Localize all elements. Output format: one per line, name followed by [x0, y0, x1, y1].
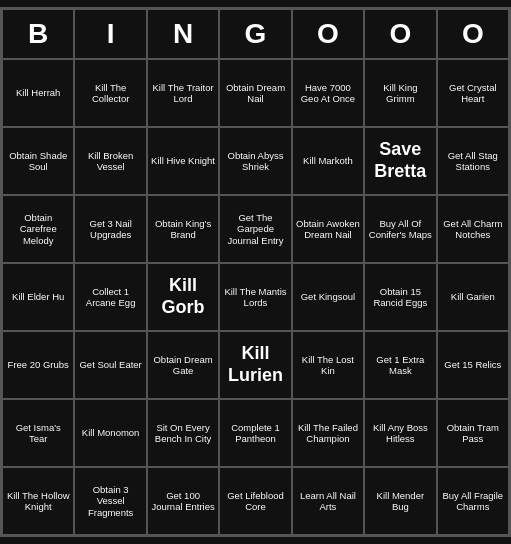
bingo-cell[interactable]: Kill Herrah: [2, 59, 74, 127]
bingo-cell[interactable]: Get All Charm Notches: [437, 195, 509, 263]
bingo-cell[interactable]: Kill Garien: [437, 263, 509, 331]
bingo-cell[interactable]: Get Lifeblood Core: [219, 467, 291, 535]
bingo-cell[interactable]: Kill Monomon: [74, 399, 146, 467]
header-letter: O: [437, 9, 509, 59]
header-letter: B: [2, 9, 74, 59]
bingo-cell[interactable]: Kill Lurien: [219, 331, 291, 399]
bingo-cell[interactable]: Learn All Nail Arts: [292, 467, 364, 535]
bingo-cell[interactable]: Kill Any Boss Hitless: [364, 399, 436, 467]
bingo-cell[interactable]: Get The Garpede Journal Entry: [219, 195, 291, 263]
bingo-cell[interactable]: Save Bretta: [364, 127, 436, 195]
bingo-cell[interactable]: Kill The Mantis Lords: [219, 263, 291, 331]
bingo-cell[interactable]: Get 15 Relics: [437, 331, 509, 399]
bingo-cell[interactable]: Kill The Traitor Lord: [147, 59, 219, 127]
bingo-cell[interactable]: Get 3 Nail Upgrades: [74, 195, 146, 263]
bingo-cell[interactable]: Kill Hive Knight: [147, 127, 219, 195]
bingo-cell[interactable]: Free 20 Grubs: [2, 331, 74, 399]
bingo-cell[interactable]: Kill Broken Vessel: [74, 127, 146, 195]
bingo-cell[interactable]: Obtain Carefree Melody: [2, 195, 74, 263]
bingo-cell[interactable]: Kill King Grimm: [364, 59, 436, 127]
bingo-cell[interactable]: Obtain 3 Vessel Fragments: [74, 467, 146, 535]
bingo-cell[interactable]: Kill Elder Hu: [2, 263, 74, 331]
bingo-cell[interactable]: Kill Mender Bug: [364, 467, 436, 535]
bingo-cell[interactable]: Get All Stag Stations: [437, 127, 509, 195]
bingo-cell[interactable]: Obtain King's Brand: [147, 195, 219, 263]
bingo-cell[interactable]: Obtain Awoken Dream Nail: [292, 195, 364, 263]
bingo-cell[interactable]: Kill Markoth: [292, 127, 364, 195]
bingo-cell[interactable]: Obtain Abyss Shriek: [219, 127, 291, 195]
bingo-cell[interactable]: Have 7000 Geo At Once: [292, 59, 364, 127]
header-letter: G: [219, 9, 291, 59]
bingo-grid: Kill HerrahKill The CollectorKill The Tr…: [2, 59, 509, 535]
header-letter: O: [364, 9, 436, 59]
bingo-cell[interactable]: Get 1 Extra Mask: [364, 331, 436, 399]
bingo-cell[interactable]: Get Kingsoul: [292, 263, 364, 331]
bingo-cell[interactable]: Get 100 Journal Entries: [147, 467, 219, 535]
bingo-cell[interactable]: Collect 1 Arcane Egg: [74, 263, 146, 331]
bingo-card: BINGOOO Kill HerrahKill The CollectorKil…: [0, 7, 511, 537]
bingo-cell[interactable]: Complete 1 Pantheon: [219, 399, 291, 467]
bingo-cell[interactable]: Get Isma's Tear: [2, 399, 74, 467]
bingo-cell[interactable]: Kill Gorb: [147, 263, 219, 331]
bingo-cell[interactable]: Buy All Fragile Charms: [437, 467, 509, 535]
bingo-cell[interactable]: Get Crystal Heart: [437, 59, 509, 127]
bingo-cell[interactable]: Kill The Hollow Knight: [2, 467, 74, 535]
bingo-cell[interactable]: Obtain 15 Rancid Eggs: [364, 263, 436, 331]
bingo-cell[interactable]: Obtain Dream Nail: [219, 59, 291, 127]
bingo-cell[interactable]: Obtain Dream Gate: [147, 331, 219, 399]
bingo-cell[interactable]: Obtain Shade Soul: [2, 127, 74, 195]
bingo-cell[interactable]: Kill The Failed Champion: [292, 399, 364, 467]
bingo-cell[interactable]: Get Soul Eater: [74, 331, 146, 399]
header-letter: I: [74, 9, 146, 59]
header-letter: O: [292, 9, 364, 59]
bingo-header: BINGOOO: [2, 9, 509, 59]
bingo-cell[interactable]: Buy All Of Conifer's Maps: [364, 195, 436, 263]
header-letter: N: [147, 9, 219, 59]
bingo-cell[interactable]: Sit On Every Bench In City: [147, 399, 219, 467]
bingo-cell[interactable]: Obtain Tram Pass: [437, 399, 509, 467]
bingo-cell[interactable]: Kill The Lost Kin: [292, 331, 364, 399]
bingo-cell[interactable]: Kill The Collector: [74, 59, 146, 127]
